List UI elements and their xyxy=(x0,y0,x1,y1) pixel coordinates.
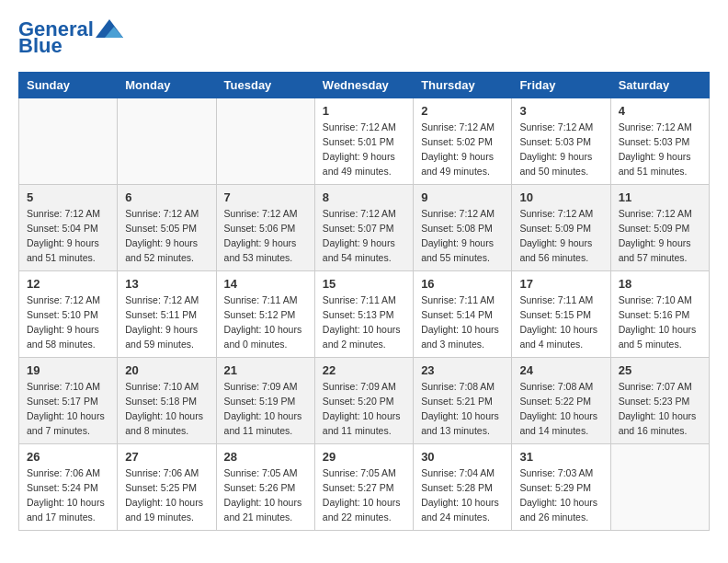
day-info: Sunrise: 7:08 AMSunset: 5:22 PMDaylight:… xyxy=(519,380,602,438)
day-number: 2 xyxy=(421,104,504,118)
day-info: Sunrise: 7:05 AMSunset: 5:27 PMDaylight:… xyxy=(323,466,405,524)
calendar-day-20: 20Sunrise: 7:10 AMSunset: 5:18 PMDayligh… xyxy=(118,358,216,444)
day-number: 17 xyxy=(519,277,602,291)
day-number: 25 xyxy=(619,363,701,377)
calendar-day-29: 29Sunrise: 7:05 AMSunset: 5:27 PMDayligh… xyxy=(314,444,413,531)
day-info: Sunrise: 7:03 AMSunset: 5:29 PMDaylight:… xyxy=(519,466,602,524)
calendar-day-7: 7Sunrise: 7:12 AMSunset: 5:06 PMDaylight… xyxy=(216,185,314,271)
day-info: Sunrise: 7:12 AMSunset: 5:08 PMDaylight:… xyxy=(421,207,504,265)
day-info: Sunrise: 7:12 AMSunset: 5:10 PMDaylight:… xyxy=(27,293,109,351)
day-info: Sunrise: 7:11 AMSunset: 5:15 PMDaylight:… xyxy=(519,293,602,351)
day-info: Sunrise: 7:12 AMSunset: 5:01 PMDaylight:… xyxy=(323,121,405,178)
calendar-day-6: 6Sunrise: 7:12 AMSunset: 5:05 PMDaylight… xyxy=(118,185,216,271)
calendar-header-sunday: Sunday xyxy=(19,73,118,98)
day-info: Sunrise: 7:09 AMSunset: 5:20 PMDaylight:… xyxy=(323,380,405,438)
calendar-day-19: 19Sunrise: 7:10 AMSunset: 5:17 PMDayligh… xyxy=(19,358,118,444)
calendar-day-9: 9Sunrise: 7:12 AMSunset: 5:08 PMDaylight… xyxy=(414,185,512,271)
day-number: 6 xyxy=(125,190,208,204)
day-info: Sunrise: 7:12 AMSunset: 5:05 PMDaylight:… xyxy=(125,207,208,265)
calendar-day-12: 12Sunrise: 7:12 AMSunset: 5:10 PMDayligh… xyxy=(19,271,118,358)
calendar-day-16: 16Sunrise: 7:11 AMSunset: 5:14 PMDayligh… xyxy=(414,271,512,358)
calendar-day-14: 14Sunrise: 7:11 AMSunset: 5:12 PMDayligh… xyxy=(216,271,314,358)
calendar-day-23: 23Sunrise: 7:08 AMSunset: 5:21 PMDayligh… xyxy=(414,358,512,444)
day-number: 9 xyxy=(421,190,504,204)
day-info: Sunrise: 7:12 AMSunset: 5:11 PMDaylight:… xyxy=(125,293,208,351)
day-number: 15 xyxy=(323,277,405,291)
logo-blue-text: Blue xyxy=(18,35,63,57)
day-info: Sunrise: 7:08 AMSunset: 5:21 PMDaylight:… xyxy=(421,380,504,438)
calendar-day-1: 1Sunrise: 7:12 AMSunset: 5:01 PMDaylight… xyxy=(314,98,413,185)
day-number: 26 xyxy=(27,450,109,464)
day-number: 11 xyxy=(619,190,701,204)
calendar-empty-cell xyxy=(19,98,118,185)
calendar-day-11: 11Sunrise: 7:12 AMSunset: 5:09 PMDayligh… xyxy=(610,185,709,271)
day-number: 22 xyxy=(323,363,405,377)
logo: General Blue xyxy=(18,18,123,57)
calendar-day-24: 24Sunrise: 7:08 AMSunset: 5:22 PMDayligh… xyxy=(512,358,610,444)
day-info: Sunrise: 7:11 AMSunset: 5:14 PMDaylight:… xyxy=(421,293,504,351)
day-number: 1 xyxy=(323,104,405,118)
calendar-empty-cell xyxy=(118,98,216,185)
day-info: Sunrise: 7:04 AMSunset: 5:28 PMDaylight:… xyxy=(421,466,504,524)
calendar-day-8: 8Sunrise: 7:12 AMSunset: 5:07 PMDaylight… xyxy=(314,185,413,271)
calendar-day-25: 25Sunrise: 7:07 AMSunset: 5:23 PMDayligh… xyxy=(610,358,709,444)
day-info: Sunrise: 7:11 AMSunset: 5:12 PMDaylight:… xyxy=(224,293,307,351)
day-number: 23 xyxy=(421,363,504,377)
day-number: 24 xyxy=(519,363,602,377)
day-number: 31 xyxy=(519,450,602,464)
day-number: 7 xyxy=(224,190,307,204)
day-number: 29 xyxy=(323,450,405,464)
calendar-day-27: 27Sunrise: 7:06 AMSunset: 5:25 PMDayligh… xyxy=(118,444,216,531)
day-number: 20 xyxy=(125,363,208,377)
calendar-day-21: 21Sunrise: 7:09 AMSunset: 5:19 PMDayligh… xyxy=(216,358,314,444)
calendar-day-22: 22Sunrise: 7:09 AMSunset: 5:20 PMDayligh… xyxy=(314,358,413,444)
calendar-week-row: 12Sunrise: 7:12 AMSunset: 5:10 PMDayligh… xyxy=(19,271,710,358)
calendar-table: SundayMondayTuesdayWednesdayThursdayFrid… xyxy=(18,72,710,531)
day-number: 10 xyxy=(519,190,602,204)
day-info: Sunrise: 7:10 AMSunset: 5:16 PMDaylight:… xyxy=(619,293,701,351)
day-number: 27 xyxy=(125,450,208,464)
day-info: Sunrise: 7:12 AMSunset: 5:09 PMDaylight:… xyxy=(619,207,701,265)
calendar-day-28: 28Sunrise: 7:05 AMSunset: 5:26 PMDayligh… xyxy=(216,444,314,531)
day-number: 14 xyxy=(224,277,307,291)
calendar-week-row: 26Sunrise: 7:06 AMSunset: 5:24 PMDayligh… xyxy=(19,444,710,531)
day-number: 4 xyxy=(619,104,701,118)
day-info: Sunrise: 7:05 AMSunset: 5:26 PMDaylight:… xyxy=(224,466,307,524)
calendar-header-saturday: Saturday xyxy=(610,73,709,98)
calendar-day-26: 26Sunrise: 7:06 AMSunset: 5:24 PMDayligh… xyxy=(19,444,118,531)
calendar-week-row: 19Sunrise: 7:10 AMSunset: 5:17 PMDayligh… xyxy=(19,358,710,444)
calendar-day-10: 10Sunrise: 7:12 AMSunset: 5:09 PMDayligh… xyxy=(512,185,610,271)
calendar-header-wednesday: Wednesday xyxy=(314,73,413,98)
calendar-header-monday: Monday xyxy=(118,73,216,98)
day-number: 19 xyxy=(27,363,109,377)
day-info: Sunrise: 7:12 AMSunset: 5:04 PMDaylight:… xyxy=(27,207,109,265)
day-info: Sunrise: 7:12 AMSunset: 5:02 PMDaylight:… xyxy=(421,121,504,178)
page-header: General Blue xyxy=(18,18,710,57)
day-info: Sunrise: 7:12 AMSunset: 5:07 PMDaylight:… xyxy=(323,207,405,265)
day-number: 21 xyxy=(224,363,307,377)
day-info: Sunrise: 7:12 AMSunset: 5:09 PMDaylight:… xyxy=(519,207,602,265)
calendar-week-row: 5Sunrise: 7:12 AMSunset: 5:04 PMDaylight… xyxy=(19,185,710,271)
day-number: 8 xyxy=(323,190,405,204)
day-info: Sunrise: 7:12 AMSunset: 5:06 PMDaylight:… xyxy=(224,207,307,265)
day-number: 16 xyxy=(421,277,504,291)
day-number: 3 xyxy=(519,104,602,118)
day-number: 30 xyxy=(421,450,504,464)
calendar-header-thursday: Thursday xyxy=(414,73,512,98)
day-number: 12 xyxy=(27,277,109,291)
day-number: 18 xyxy=(619,277,701,291)
logo-icon xyxy=(96,19,123,38)
day-info: Sunrise: 7:07 AMSunset: 5:23 PMDaylight:… xyxy=(619,380,701,438)
day-info: Sunrise: 7:10 AMSunset: 5:18 PMDaylight:… xyxy=(125,380,208,438)
day-info: Sunrise: 7:12 AMSunset: 5:03 PMDaylight:… xyxy=(519,121,602,178)
calendar-empty-cell xyxy=(610,444,709,531)
calendar-day-3: 3Sunrise: 7:12 AMSunset: 5:03 PMDaylight… xyxy=(512,98,610,185)
day-info: Sunrise: 7:10 AMSunset: 5:17 PMDaylight:… xyxy=(27,380,109,438)
calendar-header-tuesday: Tuesday xyxy=(216,73,314,98)
calendar-week-row: 1Sunrise: 7:12 AMSunset: 5:01 PMDaylight… xyxy=(19,98,710,185)
day-info: Sunrise: 7:06 AMSunset: 5:24 PMDaylight:… xyxy=(27,466,109,524)
day-info: Sunrise: 7:11 AMSunset: 5:13 PMDaylight:… xyxy=(323,293,405,351)
day-number: 5 xyxy=(27,190,109,204)
calendar-day-13: 13Sunrise: 7:12 AMSunset: 5:11 PMDayligh… xyxy=(118,271,216,358)
day-info: Sunrise: 7:06 AMSunset: 5:25 PMDaylight:… xyxy=(125,466,208,524)
